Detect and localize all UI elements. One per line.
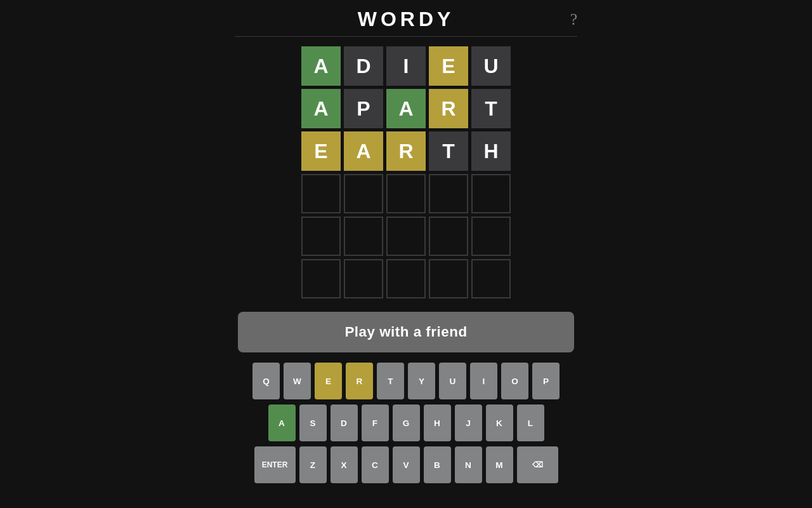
tile-r2-c1: A — [344, 131, 383, 171]
tile-r4-c0 — [301, 217, 341, 256]
tile-r3-c4 — [471, 174, 511, 213]
tile-r1-c4: T — [471, 89, 511, 128]
tile-r3-c3 — [429, 174, 468, 213]
tile-r0-c2: I — [386, 46, 426, 86]
tile-r5-c0 — [301, 259, 341, 298]
key-f[interactable]: F — [362, 404, 389, 441]
tile-r1-c3: R — [429, 89, 468, 128]
key-p[interactable]: P — [532, 363, 560, 399]
key-a[interactable]: A — [268, 404, 296, 441]
key-r[interactable]: R — [346, 363, 373, 399]
tile-r1-c1: P — [344, 89, 383, 128]
tile-r3-c0 — [301, 174, 341, 213]
key-t[interactable]: T — [377, 363, 404, 399]
tile-r2-c3: T — [429, 131, 468, 171]
key-j[interactable]: J — [455, 404, 482, 441]
keyboard-row-1: ASDFGHJKL — [268, 404, 544, 441]
key-w[interactable]: W — [284, 363, 311, 399]
key-c[interactable]: C — [362, 446, 389, 483]
key-q[interactable]: Q — [252, 363, 280, 399]
tile-r1-c2: A — [386, 89, 426, 128]
help-icon[interactable]: ? — [570, 10, 577, 29]
tile-r5-c3 — [429, 259, 468, 298]
key-d[interactable]: D — [331, 404, 358, 441]
key-z[interactable]: Z — [299, 446, 327, 483]
board-container: ADIEUAPARTEARTH — [298, 43, 514, 302]
header: WORDY ? — [235, 0, 577, 37]
key-u[interactable]: U — [439, 363, 466, 399]
key-o[interactable]: O — [501, 363, 528, 399]
tile-r0-c3: E — [429, 46, 468, 86]
tile-r0-c0: A — [301, 46, 341, 86]
key-x[interactable]: X — [331, 446, 358, 483]
tile-r3-c1 — [344, 174, 383, 213]
tile-r4-c3 — [429, 217, 468, 256]
play-with-friend-button[interactable]: Play with a friend — [238, 312, 574, 352]
key-y[interactable]: Y — [408, 363, 435, 399]
app-title: WORDY — [358, 8, 455, 31]
key-m[interactable]: M — [486, 446, 513, 483]
key-h[interactable]: H — [424, 404, 451, 441]
key-g[interactable]: G — [393, 404, 420, 441]
key-⌫[interactable]: ⌫ — [517, 446, 558, 483]
tile-r5-c4 — [471, 259, 511, 298]
key-b[interactable]: B — [424, 446, 451, 483]
key-v[interactable]: V — [393, 446, 420, 483]
tile-r2-c0: E — [301, 131, 341, 171]
tile-r5-c2 — [386, 259, 426, 298]
tile-r4-c1 — [344, 217, 383, 256]
tile-r2-c2: R — [386, 131, 426, 171]
tile-r5-c1 — [344, 259, 383, 298]
keyboard-row-0: QWERTYUIOP — [252, 363, 560, 399]
key-s[interactable]: S — [299, 404, 327, 441]
key-i[interactable]: I — [470, 363, 497, 399]
tile-r4-c2 — [386, 217, 426, 256]
tile-r2-c4: H — [471, 131, 511, 171]
key-e[interactable]: E — [315, 363, 342, 399]
keyboard: QWERTYUIOPASDFGHJKLENTERZXCVBNM⌫ — [252, 363, 560, 483]
tile-r4-c4 — [471, 217, 511, 256]
tile-r3-c2 — [386, 174, 426, 213]
key-l[interactable]: L — [517, 404, 544, 441]
key-enter[interactable]: ENTER — [254, 446, 296, 483]
tile-r0-c1: D — [344, 46, 383, 86]
keyboard-row-2: ENTERZXCVBNM⌫ — [254, 446, 558, 483]
key-n[interactable]: N — [455, 446, 482, 483]
key-k[interactable]: K — [486, 404, 513, 441]
tile-r1-c0: A — [301, 89, 341, 128]
tile-r0-c4: U — [471, 46, 511, 86]
game-board: ADIEUAPARTEARTH — [298, 43, 514, 302]
